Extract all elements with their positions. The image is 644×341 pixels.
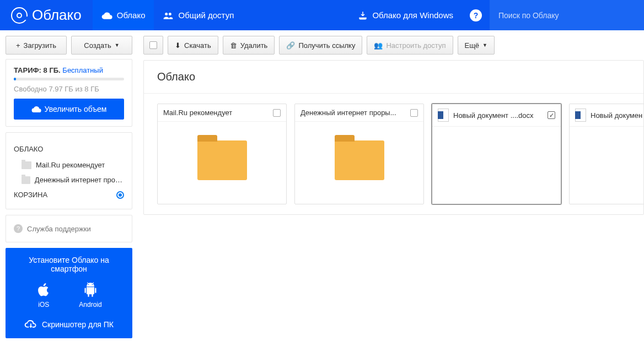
cloud-section-title: ОБЛАКО [14,145,124,153]
file-item[interactable]: Mail.Ru рекомендует [157,104,287,204]
ios-link[interactable]: iOS [36,282,51,308]
file-checkbox[interactable] [548,111,555,119]
folder-icon [22,161,31,169]
file-item[interactable]: Денежный интернет проры... [294,104,424,204]
support-link[interactable]: ? Служба поддержки [14,222,124,235]
tree-item[interactable]: Денежный интернет прорыв ... [14,172,124,187]
storage-progress [14,78,124,80]
checkbox-icon [149,41,157,49]
word-doc-icon: W [438,109,449,122]
cloud-icon [101,11,112,20]
plus-icon: + [16,41,20,50]
tariff-line: ТАРИФ: 8 ГБ. Бесплатный [14,66,124,74]
nav-shared[interactable]: Общий доступ [154,0,243,30]
link-icon: 🔗 [286,41,295,50]
trash-icon: 🗑 [230,41,237,50]
sidebar: +Загрузить Создать▼ ТАРИФ: 8 ГБ. Бесплат… [0,30,138,341]
file-item[interactable]: W Новый докумен [569,104,643,204]
cloud-icon [31,105,41,113]
caret-down-icon: ▼ [482,42,487,48]
file-name: Mail.Ru рекомендует [163,109,232,117]
people-icon [163,11,174,20]
people-icon: 👥 [374,41,383,50]
file-name: Новый докумен [591,111,642,120]
more-button[interactable]: Ещё▼ [458,36,495,55]
create-button[interactable]: Создать▼ [71,36,132,55]
file-checkbox[interactable] [273,109,281,117]
download-icon: ⬇ [175,41,181,50]
download-icon [358,10,368,20]
search-box[interactable] [490,0,644,30]
configure-access-button[interactable]: 👥Настроить доступ [367,36,453,55]
word-doc-icon: W [575,109,586,122]
breadcrumb: Облако [144,61,643,94]
smartphone-title: Установите Облако на смартфон [13,256,125,273]
caret-down-icon: ▼ [115,42,120,48]
android-icon [83,282,98,297]
radio-selected-icon [116,191,124,199]
cloud-download-icon [24,318,36,331]
tariff-plan-link[interactable]: Бесплатный [62,66,103,74]
file-name: Новый документ ....docx [453,111,534,120]
android-link[interactable]: Android [79,282,101,308]
smartphone-promo: Установите Облако на смартфон iOS Androi… [6,248,132,338]
tariff-card: ТАРИФ: 8 ГБ. Бесплатный Свободно 7.97 ГБ… [6,59,132,127]
delete-button[interactable]: 🗑Удалить [223,36,275,55]
file-item[interactable]: W Новый документ ....docx [432,104,561,204]
folder-icon [22,176,30,184]
toolbar: ⬇Скачать 🗑Удалить 🔗Получить ссылку 👥Наст… [143,36,644,55]
storage-free-text: Свободно 7.97 ГБ из 8 ГБ [14,85,124,93]
logo[interactable]: Облако [0,0,93,30]
tree-card: ОБЛАКО Mail.Ru рекомендует Денежный инте… [6,132,132,209]
search-input[interactable] [497,10,636,20]
upload-button[interactable]: +Загрузить [6,36,67,55]
folder-icon [335,140,384,180]
file-grid: Mail.Ru рекомендует Денежный интернет пр… [144,94,643,214]
logo-text: Облако [32,7,82,24]
question-icon: ? [14,224,23,233]
select-all-checkbox[interactable] [143,36,163,55]
screenshoter-link[interactable]: Скриншотер для ПК [13,318,125,331]
folder-icon [197,140,247,180]
apple-icon [36,282,51,297]
get-link-button[interactable]: 🔗Получить ссылку [279,36,362,55]
increase-storage-button[interactable]: Увеличить объем [14,99,124,120]
app-header: Облако Облако Общий доступ Облако для Wi… [0,0,644,30]
support-card: ? Служба поддержки [6,215,132,242]
nav-windows-download[interactable]: Облако для Windows [349,0,462,30]
help-icon[interactable]: ? [470,9,482,21]
file-checkbox[interactable] [410,109,418,117]
file-name: Денежный интернет проры... [300,109,396,117]
tree-item[interactable]: Mail.Ru рекомендует [14,158,124,172]
at-icon [11,7,28,24]
nav-cloud[interactable]: Облако [93,0,154,30]
trash-row[interactable]: КОРЗИНА [14,187,124,202]
download-button[interactable]: ⬇Скачать [168,36,218,55]
main-area: ⬇Скачать 🗑Удалить 🔗Получить ссылку 👥Наст… [138,30,644,341]
content-card: Облако Mail.Ru рекомендует Денежный инте… [143,60,644,215]
